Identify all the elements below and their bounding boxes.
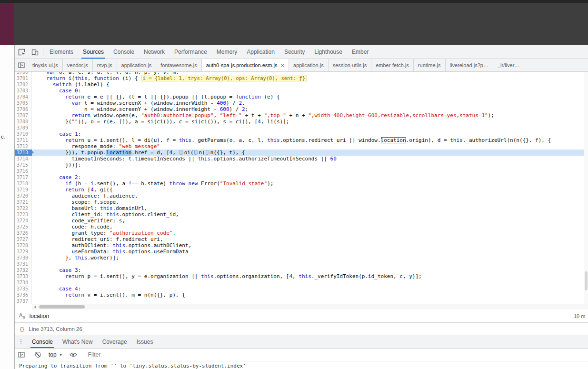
panel-tab-sources[interactable]: Sources xyxy=(78,45,109,59)
code-line[interactable]: 3709 xyxy=(15,125,588,131)
line-number[interactable]: 3729 xyxy=(15,249,32,255)
line-number[interactable]: 3715 xyxy=(15,162,32,168)
line-number[interactable]: 3721 xyxy=(15,199,32,205)
drawer-tab-coverage[interactable]: Coverage xyxy=(98,335,132,348)
code-line[interactable]: 3703 case 0: xyxy=(15,88,588,94)
code-line[interactable]: 3717 case 2: xyxy=(15,174,588,180)
panel-tab-performance[interactable]: Performance xyxy=(169,45,212,59)
code-line[interactable]: 3726 grant_type: "authorization_code", xyxy=(15,230,588,236)
console-filter-input[interactable]: Filter xyxy=(88,351,101,358)
file-tab[interactable]: runtime.js xyxy=(414,59,446,71)
code-line[interactable]: 3729 useFormData: this.options.useFormDa… xyxy=(15,249,588,255)
code-line[interactable]: 3725 code: h.code, xyxy=(15,224,588,230)
code-line[interactable]: 3704 return e = e || {}, (t = t || {}).p… xyxy=(15,94,588,100)
code-line[interactable]: 3719 return [4, gi({ xyxy=(15,187,588,193)
line-number[interactable]: 3706 xyxy=(15,106,32,112)
code-line[interactable]: 3701 return i(this, function (i) {i = {l… xyxy=(15,75,588,81)
code-line[interactable]: 3718 if (h = i.sent(), a !== h.state) th… xyxy=(15,180,588,187)
file-tab[interactable]: livereload.js?p… xyxy=(446,59,493,71)
find-input[interactable]: location xyxy=(30,313,574,319)
line-number[interactable]: 3700 xyxy=(15,72,32,75)
scroll-left-arrow-icon[interactable] xyxy=(34,306,36,309)
code-line[interactable]: 3702 switch (i.label) { xyxy=(15,81,588,88)
line-number[interactable]: 3727 xyxy=(15,236,32,242)
inline-breakpoint-marker[interactable] xyxy=(194,150,198,155)
toggle-device-toolbar-button[interactable] xyxy=(28,45,41,59)
line-number[interactable]: 3710 xyxy=(15,131,32,137)
code-line[interactable]: 3736 return v = i.sent(), m = n(n({}, p)… xyxy=(15,292,588,298)
line-number[interactable]: 3734 xyxy=(15,279,32,286)
line-number[interactable]: 3702 xyxy=(15,81,32,88)
horizontal-scrollbar-thumb[interactable] xyxy=(39,305,85,309)
code-line[interactable]: 3715 }))]; xyxy=(15,162,588,168)
file-tab[interactable]: application.js xyxy=(117,59,157,71)
line-number[interactable]: 3701 xyxy=(15,75,32,81)
file-tab[interactable]: vendor.js xyxy=(63,59,93,71)
line-number[interactable]: 3723 xyxy=(15,211,32,218)
clear-console-button[interactable] xyxy=(31,352,45,358)
code-line[interactable]: 3705 var t = window.screenX + (window.in… xyxy=(15,100,588,106)
line-number[interactable]: 3735 xyxy=(15,286,32,292)
line-number[interactable]: 3703 xyxy=(15,88,32,94)
code-line[interactable]: 3727 redirect_uri: f.redirect_uri, xyxy=(15,236,588,242)
line-number[interactable]: 3707 xyxy=(15,112,32,119)
line-number[interactable]: 3714 xyxy=(15,156,32,162)
code-line[interactable]: 3708 }("")), o = r(e, []), a = si(ci()),… xyxy=(15,119,588,125)
code-line[interactable]: 3730 }, this.worker)]; xyxy=(15,255,588,261)
line-number[interactable]: 3717 xyxy=(15,174,32,180)
line-number[interactable]: 3722 xyxy=(15,205,32,211)
file-tab[interactable]: auth0-spa-js.production.esm.js× xyxy=(202,59,289,71)
code-line[interactable]: 3722 baseUrl: this.domainUrl, xyxy=(15,205,588,211)
match-case-icon[interactable]: AB xyxy=(19,312,25,319)
code-line[interactable]: 3728 auth0Client: this.options.auth0Clie… xyxy=(15,242,588,249)
code-line[interactable]: 3713 })), t.popup.location.href = d, [4,… xyxy=(15,150,588,156)
code-line[interactable]: 3711 return u = i.sent(), l = di(u), f =… xyxy=(15,137,588,143)
close-icon[interactable]: × xyxy=(280,62,284,69)
line-number[interactable]: 3711 xyxy=(15,137,32,143)
drawer-menu-icon[interactable]: ⋮ xyxy=(15,335,27,348)
panel-tab-lighthouse[interactable]: Lighthouse xyxy=(309,45,347,59)
line-number[interactable]: 3726 xyxy=(15,230,32,236)
code-line[interactable]: 3712 response_mode: "web message" xyxy=(15,143,588,150)
file-tab[interactable]: application.js xyxy=(289,59,329,71)
line-number[interactable]: 3720 xyxy=(15,193,32,199)
line-number[interactable]: 3709 xyxy=(15,125,32,131)
code-line[interactable]: 3733 return p = i.sent(), y = e.organiza… xyxy=(15,273,588,279)
line-number[interactable]: 3733 xyxy=(15,273,32,279)
line-number[interactable]: 3719 xyxy=(15,187,32,193)
drawer-tab-console[interactable]: Console xyxy=(27,335,58,348)
code-line[interactable]: 3716 xyxy=(15,168,588,174)
line-number[interactable]: 3730 xyxy=(15,255,32,261)
line-number[interactable]: 3712 xyxy=(15,143,32,150)
console-sidebar-button[interactable] xyxy=(15,351,28,358)
panel-tab-application[interactable]: Application xyxy=(242,45,279,59)
code-line[interactable]: 3720 audience: f.audience, xyxy=(15,193,588,199)
horizontal-scrollbar[interactable] xyxy=(32,304,588,309)
vertical-scrollbar-thumb[interactable] xyxy=(585,271,588,290)
line-number[interactable]: 3718 xyxy=(15,180,32,187)
line-number[interactable]: 3724 xyxy=(15,218,32,224)
file-tab[interactable]: _lr/liver… xyxy=(493,59,524,71)
line-number[interactable]: 3704 xyxy=(15,94,32,100)
live-expression-button[interactable] xyxy=(67,352,80,358)
line-number[interactable]: 3728 xyxy=(15,242,32,249)
code-line[interactable]: 3706 n = window.screenY + (window.innerH… xyxy=(15,106,588,112)
line-number[interactable]: 3708 xyxy=(15,119,32,125)
panel-tab-memory[interactable]: Memory xyxy=(212,45,242,59)
js-context-selector[interactable]: top ▼ xyxy=(49,351,63,358)
file-tab[interactable]: tinysis-ui.js xyxy=(28,59,63,71)
drawer-tab-issues[interactable]: Issues xyxy=(132,335,158,348)
line-number[interactable]: 3736 xyxy=(15,292,32,298)
code-line[interactable]: 3724 code_verifier: s, xyxy=(15,218,588,224)
code-line[interactable]: 3734 xyxy=(15,279,588,286)
code-line[interactable]: 3735 case 4: xyxy=(15,286,588,292)
code-editor[interactable]: 3700 var o, a, c, s, u, l, f, d, h, p, y… xyxy=(15,72,588,309)
line-number[interactable]: 3731 xyxy=(15,261,32,267)
file-tab[interactable]: rsvp.js xyxy=(93,59,117,71)
code-line[interactable]: 3731 xyxy=(15,261,588,267)
line-number[interactable]: 3737 xyxy=(15,298,32,304)
panel-tab-elements[interactable]: Elements xyxy=(45,45,78,59)
panel-tab-security[interactable]: Security xyxy=(279,45,309,59)
panel-tab-console[interactable]: Console xyxy=(109,45,139,59)
line-number[interactable]: 3732 xyxy=(15,267,32,273)
